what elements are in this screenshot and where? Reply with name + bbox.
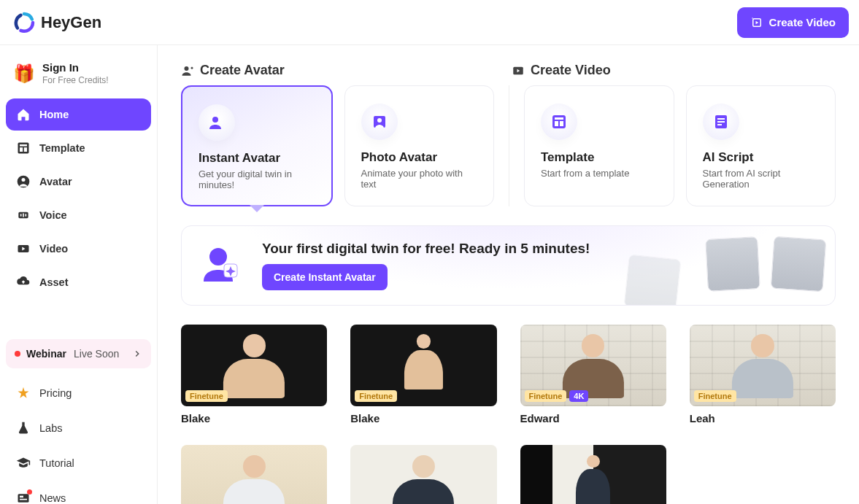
finetune-badge: Finetune bbox=[525, 390, 567, 402]
nav-home[interactable]: Home bbox=[6, 98, 151, 131]
avatar-thumb: Finetune bbox=[350, 325, 496, 406]
labs-icon bbox=[16, 421, 31, 435]
asset-icon bbox=[16, 275, 31, 290]
finetune-badge: Finetune bbox=[355, 390, 397, 402]
webinar-banner[interactable]: Webinar Live Soon bbox=[6, 339, 151, 368]
card-ai-script-sub: Start from AI script Generation bbox=[703, 168, 820, 190]
create-video-label: Create Video bbox=[769, 16, 836, 28]
nav-home-label: Home bbox=[39, 109, 69, 120]
nav-news-label: News bbox=[39, 492, 66, 504]
card-ai-script-title: AI Script bbox=[703, 150, 820, 165]
avatar-thumb: Finetune 4K bbox=[520, 445, 666, 504]
promo-banner-title: Your first digital twin for free! Ready … bbox=[262, 241, 590, 257]
nav-pricing[interactable]: Pricing bbox=[6, 377, 151, 409]
webinar-bold: Webinar bbox=[26, 348, 66, 360]
avatar-tile-blake-1[interactable]: Finetune Blake bbox=[181, 325, 327, 424]
svg-rect-11 bbox=[26, 214, 27, 216]
create-instant-avatar-button[interactable]: Create Instant Avatar bbox=[262, 264, 388, 290]
avatar-tile-matthew[interactable]: Finetune 4K Matthew bbox=[181, 445, 327, 504]
avatar-tile-vera[interactable]: Finetune 4K Vera bbox=[520, 445, 666, 504]
svg-point-20 bbox=[377, 118, 382, 123]
svg-point-29 bbox=[209, 248, 227, 265]
news-icon bbox=[16, 491, 31, 504]
nav-video[interactable]: Video bbox=[6, 233, 151, 265]
svg-rect-13 bbox=[18, 494, 29, 503]
svg-rect-21 bbox=[552, 115, 566, 128]
finetune-badge: Finetune bbox=[694, 390, 736, 402]
nav-avatar-label: Avatar bbox=[39, 176, 72, 187]
video-icon bbox=[16, 241, 31, 256]
webinar-light: Live Soon bbox=[74, 348, 119, 360]
nav-pricing-label: Pricing bbox=[39, 387, 72, 399]
ai-script-icon bbox=[703, 104, 739, 140]
live-dot-icon bbox=[15, 351, 20, 357]
nav-labs[interactable]: Labs bbox=[6, 412, 151, 444]
svg-rect-2 bbox=[18, 143, 29, 154]
main-content: Create Avatar Create Video Instant Avata… bbox=[158, 45, 859, 504]
svg-point-7 bbox=[22, 178, 26, 182]
avatar-tile-edward[interactable]: Finetune 4K Edward bbox=[520, 325, 666, 424]
nav-avatar[interactable]: Avatar bbox=[6, 166, 151, 198]
sidebar: 🎁 Sign In For Free Credits! Home Templat… bbox=[0, 45, 158, 504]
create-avatar-icon bbox=[181, 64, 194, 77]
sign-in-title: Sign In bbox=[42, 61, 109, 74]
svg-rect-27 bbox=[717, 121, 725, 123]
avatar-thumb: Finetune bbox=[181, 325, 327, 406]
create-video-button[interactable]: Create Video bbox=[737, 7, 849, 38]
logo[interactable]: HeyGen bbox=[13, 12, 101, 34]
logo-text: HeyGen bbox=[41, 13, 101, 32]
avatar-name: Blake bbox=[181, 412, 327, 424]
svg-point-18 bbox=[212, 117, 218, 123]
avatar-thumb: Finetune bbox=[350, 445, 496, 504]
template-card-icon bbox=[541, 104, 577, 140]
avatar-thumb: Finetune bbox=[690, 325, 836, 406]
template-icon bbox=[16, 141, 31, 155]
nav-tutorial-label: Tutorial bbox=[39, 457, 74, 469]
nav-template-label: Template bbox=[39, 142, 85, 154]
sign-in-promo[interactable]: 🎁 Sign In For Free Credits! bbox=[6, 55, 151, 96]
promo-banner-thumbs bbox=[655, 230, 825, 283]
svg-rect-22 bbox=[555, 117, 563, 120]
avatar-name: Leah bbox=[690, 412, 836, 424]
svg-rect-9 bbox=[20, 214, 22, 216]
card-ai-script[interactable]: AI Script Start from AI script Generatio… bbox=[686, 85, 836, 206]
svg-rect-5 bbox=[24, 147, 27, 152]
promo-banner-icon bbox=[199, 244, 243, 287]
card-template[interactable]: Template Start from a template bbox=[524, 85, 674, 206]
logo-icon bbox=[13, 12, 35, 34]
home-icon bbox=[16, 107, 31, 122]
nav-asset-label: Asset bbox=[39, 276, 69, 288]
create-video-section-title: Create Video bbox=[531, 63, 611, 78]
avatar-thumb: Finetune 4K bbox=[520, 325, 666, 406]
svg-rect-3 bbox=[20, 144, 27, 147]
svg-rect-4 bbox=[20, 147, 23, 152]
sign-in-sub: For Free Credits! bbox=[42, 75, 109, 85]
pricing-icon bbox=[16, 386, 31, 400]
nav-voice[interactable]: Voice bbox=[6, 199, 151, 231]
svg-point-1 bbox=[752, 18, 753, 19]
nav-template[interactable]: Template bbox=[6, 132, 151, 164]
avatar-tile-tanya[interactable]: Finetune Tanya bbox=[350, 445, 496, 504]
fourk-badge: 4K bbox=[569, 390, 588, 402]
avatar-thumb: Finetune 4K bbox=[181, 445, 327, 504]
promo-banner: Your first digital twin for free! Ready … bbox=[181, 225, 836, 306]
avatar-icon bbox=[16, 174, 31, 189]
card-photo-avatar-sub: Animate your photo with text bbox=[361, 168, 478, 190]
card-photo-avatar[interactable]: Photo Avatar Animate your photo with tex… bbox=[344, 85, 495, 206]
svg-rect-15 bbox=[20, 499, 27, 500]
avatar-name: Edward bbox=[520, 412, 666, 424]
nav-asset[interactable]: Asset bbox=[6, 266, 151, 298]
avatar-tile-leah[interactable]: Finetune Leah bbox=[690, 325, 836, 424]
nav-news[interactable]: News bbox=[6, 482, 151, 504]
voice-icon bbox=[16, 208, 31, 222]
nav-video-label: Video bbox=[39, 243, 68, 255]
svg-rect-26 bbox=[717, 118, 725, 120]
card-template-sub: Start from a template bbox=[541, 168, 658, 179]
tutorial-icon bbox=[16, 456, 31, 470]
card-instant-avatar-sub: Get your digital twin in minutes! bbox=[199, 168, 315, 190]
avatar-tile-blake-2[interactable]: Finetune Blake bbox=[350, 325, 496, 424]
cards-divider bbox=[509, 85, 509, 206]
card-instant-avatar[interactable]: Instant Avatar Get your digital twin in … bbox=[181, 85, 333, 206]
nav-labs-label: Labs bbox=[39, 422, 62, 434]
nav-tutorial[interactable]: Tutorial bbox=[6, 447, 151, 479]
